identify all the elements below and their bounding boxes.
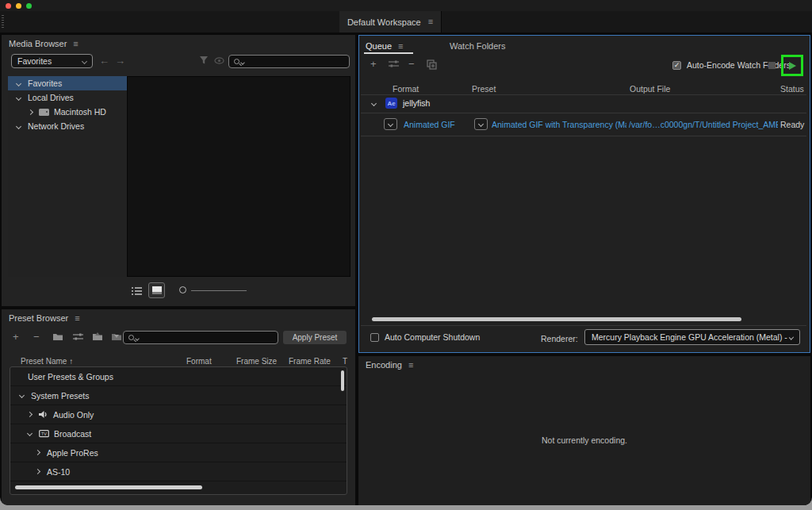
auto-shutdown-checkbox-row: Auto Computer Shutdown bbox=[370, 332, 480, 342]
chevron-down-icon[interactable] bbox=[27, 431, 33, 436]
preset-row-audio-only[interactable]: Audio Only bbox=[10, 405, 347, 424]
queue-output-row[interactable]: Animated GIF Animated GIF with Transpare… bbox=[359, 113, 810, 136]
output-file-link[interactable]: /var/fo…c0000gn/T/Untitled Project_AME/j… bbox=[629, 120, 778, 129]
zoom-window-button[interactable] bbox=[26, 3, 32, 9]
tab-queue[interactable]: Queue ≡ bbox=[366, 41, 403, 51]
add-source-icon[interactable]: + bbox=[370, 58, 377, 70]
workspace-tabstrip: Default Workspace ≡ bbox=[0, 11, 812, 33]
apply-preset-button[interactable]: Apply Preset bbox=[283, 331, 347, 344]
chevron-right-icon[interactable] bbox=[35, 450, 40, 455]
preset-row-broadcast[interactable]: TV Broadcast bbox=[10, 424, 347, 443]
chevron-down-icon[interactable] bbox=[19, 393, 25, 398]
chevron-down-icon bbox=[388, 121, 393, 127]
column-header-format[interactable]: Format bbox=[393, 84, 419, 94]
horizontal-scrollbar[interactable] bbox=[15, 485, 202, 489]
back-icon[interactable]: ← bbox=[99, 55, 109, 67]
ingest-settings-icon[interactable] bbox=[214, 57, 224, 64]
thumbnail-size-slider-track[interactable] bbox=[191, 290, 247, 292]
preset-search-input[interactable] bbox=[123, 331, 278, 344]
list-view-icon[interactable] bbox=[132, 286, 142, 295]
chevron-down-icon[interactable] bbox=[16, 123, 21, 128]
chevron-right-icon[interactable] bbox=[28, 109, 33, 114]
preset-row-system-presets[interactable]: System Presets bbox=[10, 386, 347, 405]
media-source-select[interactable]: Favorites bbox=[11, 54, 93, 68]
output-preset-link[interactable]: Animated GIF with Transparency (Match S… bbox=[492, 120, 626, 129]
preset-browser-menu-icon[interactable]: ≡ bbox=[75, 314, 79, 323]
workspace-tab[interactable]: Default Workspace ≡ bbox=[339, 11, 442, 33]
preset-row-label: User Presets & Groups bbox=[28, 372, 113, 382]
renderer-select[interactable]: Mercury Playback Engine GPU Acceleration… bbox=[584, 329, 800, 345]
filter-icon[interactable] bbox=[199, 56, 209, 65]
media-search-input[interactable] bbox=[228, 55, 350, 68]
format-dropdown-button[interactable] bbox=[384, 118, 397, 130]
preset-row-as10[interactable]: AS-10 bbox=[10, 462, 347, 481]
chevron-down-icon[interactable] bbox=[16, 94, 21, 100]
media-browser-panel: Media Browser ≡ Favorites ← → Favorites bbox=[2, 35, 355, 306]
preset-settings-icon[interactable] bbox=[73, 333, 83, 341]
tree-item-network-drives[interactable]: Network Drives bbox=[8, 119, 127, 133]
desktop: Default Workspace ≡ Media Browser ≡ Favo… bbox=[0, 0, 812, 510]
tab-watch-folders[interactable]: Watch Folders bbox=[450, 41, 506, 51]
thumbnail-view-button[interactable] bbox=[148, 282, 165, 298]
preset-row-user-presets[interactable]: User Presets & Groups bbox=[10, 367, 347, 386]
duplicate-icon[interactable] bbox=[427, 59, 437, 72]
chevron-down-icon[interactable] bbox=[16, 80, 21, 86]
divider bbox=[361, 325, 806, 326]
remove-item-icon[interactable]: − bbox=[408, 58, 415, 70]
forward-icon[interactable]: → bbox=[115, 55, 125, 67]
horizontal-scrollbar[interactable] bbox=[372, 317, 741, 321]
media-browser-menu-icon[interactable]: ≡ bbox=[73, 40, 78, 48]
preset-dropdown-button[interactable] bbox=[474, 118, 488, 130]
column-header-output-file[interactable]: Output File bbox=[630, 84, 670, 94]
delete-preset-icon[interactable]: − bbox=[33, 331, 40, 343]
chevron-right-icon[interactable] bbox=[27, 412, 33, 417]
apply-preset-label: Apply Preset bbox=[293, 333, 338, 342]
create-preset-icon[interactable]: + bbox=[13, 331, 19, 343]
add-output-icon[interactable] bbox=[389, 60, 399, 68]
column-header-status[interactable]: Status bbox=[780, 84, 804, 94]
tab-watch-folders-label: Watch Folders bbox=[450, 41, 506, 51]
renderer-value: Mercury Playback Engine GPU Acceleration… bbox=[592, 332, 790, 342]
chevron-down-icon bbox=[82, 58, 87, 63]
search-scope-chevron-icon bbox=[135, 336, 140, 341]
workspace-menu-icon[interactable]: ≡ bbox=[428, 17, 433, 26]
hard-drive-icon bbox=[39, 109, 49, 116]
tree-item-macintosh-hd[interactable]: Macintosh HD bbox=[8, 105, 127, 119]
column-header-target[interactable]: T bbox=[343, 357, 347, 366]
column-header-preset-name[interactable]: Preset Name ↑ bbox=[21, 357, 73, 366]
column-header-frame-size[interactable]: Frame Size bbox=[236, 357, 277, 366]
queue-menu-icon[interactable]: ≡ bbox=[398, 42, 403, 51]
queue-panel: Queue ≡ Watch Folders + − ✓ Auto-Encode … bbox=[358, 35, 810, 353]
encoding-status-message: Not currently encoding. bbox=[358, 435, 810, 445]
encoding-menu-icon[interactable]: ≡ bbox=[408, 361, 413, 370]
close-window-button[interactable] bbox=[6, 3, 11, 9]
tree-item-local-drives[interactable]: Local Drives bbox=[8, 90, 127, 105]
panel-drag-handle[interactable] bbox=[2, 15, 4, 28]
vertical-scrollbar[interactable] bbox=[341, 370, 344, 391]
queue-source-row-jellyfish[interactable]: Ae jellyfish bbox=[359, 95, 810, 113]
new-preset-group-icon[interactable] bbox=[52, 332, 63, 341]
auto-encode-checkbox[interactable]: ✓ bbox=[672, 61, 681, 70]
active-tab-underline bbox=[364, 52, 413, 54]
import-presets-icon[interactable] bbox=[92, 332, 103, 341]
column-header-preset[interactable]: Preset bbox=[472, 84, 496, 94]
speaker-icon bbox=[39, 410, 48, 419]
stop-queue-icon[interactable] bbox=[768, 62, 776, 69]
column-header-format[interactable]: Format bbox=[186, 357, 212, 366]
tree-item-label: Macintosh HD bbox=[54, 107, 106, 117]
preset-row-apple-prores[interactable]: Apple ProRes bbox=[10, 443, 347, 462]
minimize-window-button[interactable] bbox=[16, 3, 21, 9]
auto-shutdown-checkbox[interactable] bbox=[370, 333, 379, 342]
export-presets-icon[interactable] bbox=[111, 332, 122, 341]
search-icon bbox=[128, 335, 134, 340]
chevron-right-icon[interactable] bbox=[35, 469, 40, 474]
output-format-link[interactable]: Animated GIF bbox=[404, 120, 472, 129]
tree-item-favorites[interactable]: Favorites bbox=[8, 76, 127, 90]
column-header-frame-rate[interactable]: Frame Rate bbox=[289, 357, 331, 366]
chevron-down-icon bbox=[478, 121, 484, 127]
start-queue-play-icon[interactable] bbox=[789, 62, 796, 70]
thumbnail-size-slider-handle[interactable] bbox=[179, 286, 186, 293]
source-name: jellyfish bbox=[403, 98, 430, 108]
chevron-down-icon[interactable] bbox=[371, 101, 377, 106]
media-browser-title: Media Browser bbox=[9, 39, 67, 48]
